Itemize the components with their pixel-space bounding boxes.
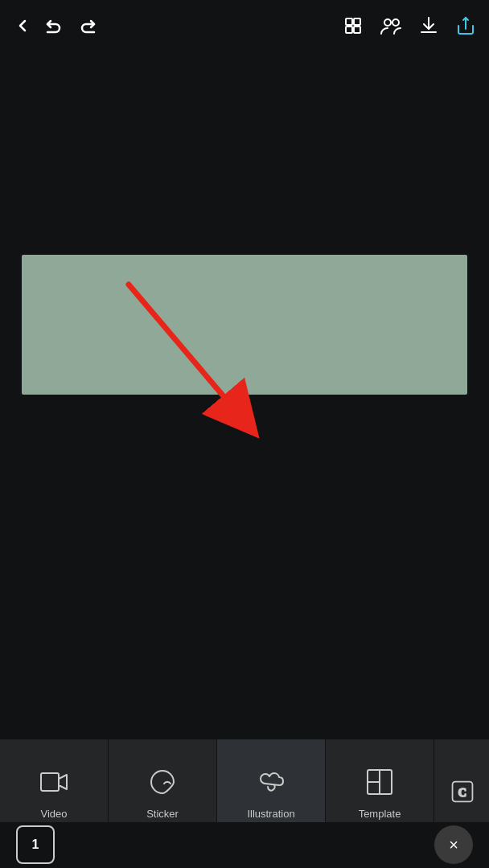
svg-point-5 [392, 19, 399, 26]
logo-icon: C [445, 774, 480, 809]
layer-count: 1 [32, 837, 39, 852]
bottom-bar: 1 × [0, 822, 489, 868]
tool-label-illustration: Illustration [247, 808, 294, 820]
tool-item-logo[interactable]: C [434, 739, 489, 822]
video-icon [36, 764, 72, 800]
tool-item-video[interactable]: Video [0, 739, 109, 822]
svg-rect-2 [346, 27, 352, 33]
svg-rect-0 [346, 18, 352, 25]
bottom-toolbar: Video Sticker Illustration [0, 739, 489, 868]
canvas-canvas [22, 255, 467, 395]
svg-rect-9 [41, 773, 59, 791]
svg-text:C: C [458, 786, 466, 799]
illustration-icon [253, 764, 289, 800]
download-icon[interactable] [418, 15, 439, 36]
svg-rect-1 [354, 18, 360, 25]
close-icon: × [449, 836, 458, 854]
canvas-area[interactable] [0, 51, 489, 598]
tool-label-video: Video [40, 808, 67, 820]
back-icon[interactable] [13, 16, 32, 35]
tool-item-sticker[interactable]: Sticker [109, 739, 217, 822]
collab-icon[interactable] [380, 14, 402, 37]
undo-icon[interactable] [45, 16, 64, 35]
tool-item-template[interactable]: Template [326, 739, 434, 822]
toolbar-left [13, 16, 97, 35]
layer-button[interactable]: 1 [16, 825, 55, 864]
toolbar-right [343, 14, 476, 37]
template-icon [362, 764, 397, 800]
svg-marker-10 [59, 775, 67, 789]
tool-item-illustration[interactable]: Illustration [217, 739, 326, 822]
top-toolbar [0, 0, 489, 51]
svg-point-4 [384, 19, 391, 26]
layers-icon[interactable] [343, 15, 364, 36]
tool-label-template: Template [359, 808, 401, 820]
share-icon[interactable] [455, 15, 476, 36]
sticker-icon [145, 764, 180, 800]
svg-rect-3 [354, 27, 360, 33]
close-button[interactable]: × [434, 825, 473, 864]
tool-items-row: Video Sticker Illustration [0, 739, 489, 822]
tool-label-sticker: Sticker [146, 808, 179, 820]
redo-icon[interactable] [77, 16, 97, 35]
